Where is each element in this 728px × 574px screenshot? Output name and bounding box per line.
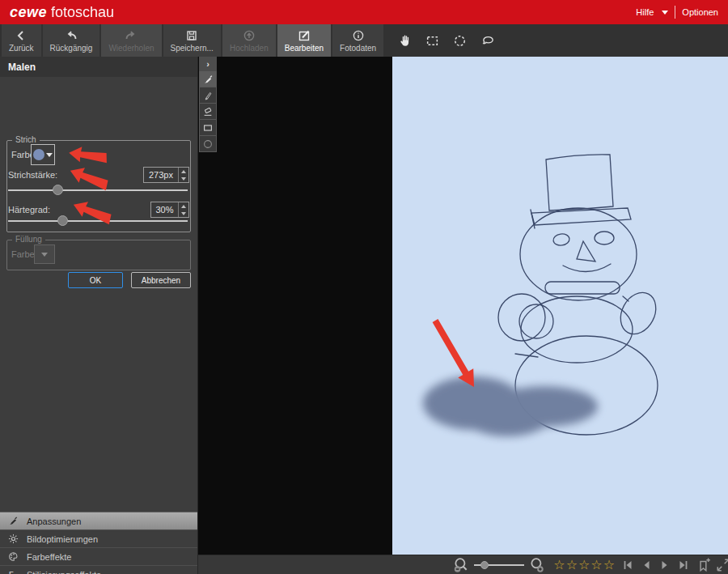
bookmark-add-icon[interactable] [696, 558, 711, 572]
cancel-button[interactable]: Abbrechen [131, 272, 191, 288]
fx-star-icon: F [8, 569, 19, 574]
selection-tools [398, 24, 495, 57]
eraser-icon [202, 106, 214, 117]
redo-button[interactable]: Wiederholen [101, 24, 161, 57]
pencil-icon [202, 90, 214, 101]
chevron-down-icon [46, 153, 53, 157]
category-color-effects[interactable]: Farbeffekte [0, 547, 198, 565]
previous-photo-icon[interactable] [640, 559, 653, 572]
spin-buttons [178, 168, 188, 182]
drawing-toolstrip: › [199, 57, 217, 152]
back-button[interactable]: Zurück [2, 24, 41, 57]
back-chevron-icon [15, 29, 28, 42]
stroke-width-slider-track[interactable] [8, 189, 188, 191]
fullscreen-icon[interactable] [716, 558, 728, 572]
first-photo-icon[interactable] [621, 559, 634, 572]
star-icon[interactable]: ☆ [566, 559, 578, 572]
upload-button[interactable]: Hochladen [222, 24, 276, 57]
cewe-logo: cewe [10, 4, 47, 21]
hardness-slider-track[interactable] [8, 220, 188, 222]
hardness-spinner[interactable]: 30% [150, 202, 189, 218]
annotation-arrow [433, 319, 474, 387]
spin-down[interactable] [179, 210, 188, 217]
panel-title: Malen [0, 57, 197, 77]
zoom-in-icon[interactable] [529, 557, 545, 573]
rect-select-icon[interactable] [425, 34, 439, 48]
save-button[interactable]: Speichern... [163, 24, 221, 57]
edit-pencil-icon [298, 29, 311, 42]
chevron-down-icon[interactable] [662, 11, 668, 15]
rating-stars: ☆ ☆ ☆ ☆ ☆ [553, 559, 615, 572]
fill-group-label: Füllung [12, 235, 45, 244]
undo-icon [64, 29, 78, 42]
brush-icon [8, 516, 19, 526]
app-window: cewe fotoschau Hilfe Optionen Zurück Rüc… [0, 0, 728, 574]
next-photo-icon[interactable] [658, 559, 671, 572]
hardness-value: 30% [151, 202, 178, 217]
ellipse-select-icon[interactable] [453, 34, 467, 48]
spin-down[interactable] [179, 175, 188, 182]
star-icon[interactable]: ☆ [590, 559, 602, 572]
ellipse-tool[interactable] [199, 136, 217, 152]
spin-up[interactable] [179, 202, 188, 210]
zoom-slider-handle[interactable] [480, 561, 489, 569]
photodata-button[interactable]: Fotodaten [332, 24, 383, 57]
stroke-group-label: Strich [12, 135, 40, 144]
brand-bar: cewe fotoschau Hilfe Optionen [0, 0, 728, 24]
undo-button[interactable]: Rückgängig [43, 24, 100, 57]
photo-navigation [621, 559, 690, 572]
app-name: fotoschau [51, 4, 114, 21]
hand-tool-icon[interactable] [398, 34, 412, 48]
help-menu[interactable]: Hilfe [636, 7, 654, 17]
save-floppy-icon [185, 29, 198, 42]
lasso-icon[interactable] [480, 34, 495, 48]
fill-color-dropdown[interactable] [34, 244, 55, 264]
rectangle-icon [202, 122, 214, 134]
stroke-width-value: 273px [144, 168, 178, 182]
hardness-label: Härtegrad: [8, 205, 50, 215]
category-image-optimizations[interactable]: Bildoptimierungen [0, 529, 198, 547]
star-icon[interactable]: ☆ [603, 559, 615, 572]
options-menu[interactable]: Optionen [682, 7, 718, 17]
spin-buttons [178, 202, 188, 217]
brush-tool[interactable] [199, 71, 217, 87]
star-icon[interactable]: ☆ [553, 559, 565, 572]
spin-up[interactable] [179, 168, 188, 175]
brush-icon [202, 74, 214, 85]
category-stylize-effects[interactable]: F Stilisierungseffekte [0, 565, 198, 574]
eraser-tool[interactable] [199, 104, 217, 120]
info-icon [352, 29, 365, 42]
paint-panel: Malen Strich Farbe: Strichstärke: 273px … [0, 57, 198, 574]
stroke-width-slider-handle[interactable] [53, 185, 63, 195]
ellipse-icon [202, 138, 214, 150]
paint-blob [423, 376, 598, 436]
stroke-color-dropdown[interactable] [31, 144, 55, 165]
color-swatch [33, 149, 44, 160]
stroke-width-label: Strichstärke: [8, 170, 57, 180]
chevron-down-icon [41, 253, 48, 257]
menu-divider [675, 6, 675, 19]
zoom-slider[interactable] [474, 559, 524, 571]
bottom-bar: ☆ ☆ ☆ ☆ ☆ [198, 555, 728, 574]
pencil-tool[interactable] [199, 87, 217, 104]
hardness-slider-handle[interactable] [57, 215, 68, 226]
star-icon[interactable]: ☆ [578, 559, 590, 572]
palette-icon [8, 551, 19, 562]
main-toolbar: Zurück Rückgängig Wiederholen Speichern.… [0, 24, 728, 57]
svg-text:F: F [9, 570, 14, 574]
topbar-menu: Hilfe Optionen [636, 6, 718, 19]
sun-icon [8, 534, 19, 544]
snowman-sketch [392, 57, 728, 555]
collapse-panel-button[interactable]: › [199, 57, 217, 71]
editing-canvas[interactable]: › [198, 57, 728, 555]
category-adjustments[interactable]: Anpassungen [0, 512, 198, 529]
upload-icon [243, 29, 256, 42]
last-photo-icon[interactable] [677, 559, 690, 572]
zoom-out-icon[interactable] [453, 557, 469, 573]
photo-image[interactable] [392, 57, 728, 555]
edit-button[interactable]: Bearbeiten [277, 24, 331, 57]
rectangle-tool[interactable] [199, 120, 217, 136]
stroke-width-spinner[interactable]: 273px [143, 167, 189, 183]
ok-button[interactable]: OK [68, 272, 123, 288]
redo-icon [124, 29, 138, 42]
